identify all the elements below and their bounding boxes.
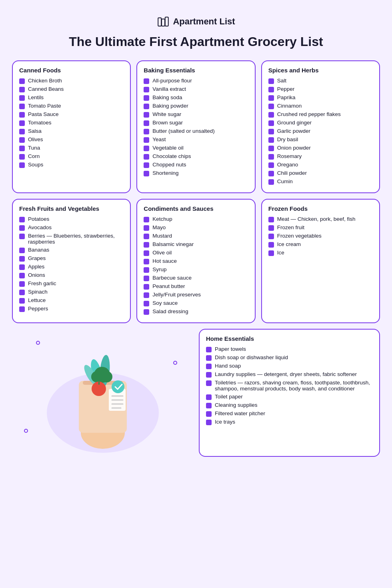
checkbox-icon[interactable] [268, 171, 274, 176]
checkbox-icon[interactable] [268, 104, 274, 109]
checkbox-icon[interactable] [268, 154, 274, 160]
checkbox-icon[interactable] [144, 276, 149, 281]
checkbox-icon[interactable] [144, 309, 149, 315]
checkbox-icon[interactable] [19, 264, 25, 270]
checkbox-icon[interactable] [144, 259, 149, 264]
checkbox-icon[interactable] [268, 146, 274, 151]
checkbox-icon[interactable] [19, 120, 25, 126]
checkbox-icon[interactable] [268, 137, 274, 143]
checkbox-icon[interactable] [19, 290, 25, 295]
home-list: Paper towelsDish soap or dishwasher liqu… [206, 346, 373, 425]
checkbox-icon[interactable] [19, 248, 25, 253]
item-label: Dry basil [277, 136, 298, 142]
checkbox-icon[interactable] [19, 137, 25, 143]
checkbox-icon[interactable] [144, 171, 149, 176]
home-card: Home Essentials Paper towelsDish soap or… [199, 329, 380, 457]
checkbox-icon[interactable] [19, 217, 25, 222]
checkbox-icon[interactable] [206, 411, 212, 417]
checkbox-icon[interactable] [19, 225, 25, 231]
checkbox-icon[interactable] [19, 273, 25, 278]
checkbox-icon[interactable] [19, 256, 25, 262]
checkbox-icon[interactable] [144, 154, 149, 160]
list-item: Ice cream [268, 241, 373, 248]
checkbox-icon[interactable] [144, 137, 149, 143]
item-label: Frozen vegetables [277, 233, 322, 239]
bottom-section: Home Essentials Paper towelsDish soap or… [8, 329, 384, 457]
checkbox-icon[interactable] [144, 292, 149, 298]
checkbox-icon[interactable] [19, 234, 25, 239]
item-label: Onions [28, 272, 45, 278]
checkbox-icon[interactable] [268, 250, 274, 256]
item-label: Baking powder [152, 103, 188, 109]
checkbox-icon[interactable] [206, 372, 212, 378]
list-item: Baking powder [144, 103, 248, 109]
checkbox-icon[interactable] [144, 146, 149, 151]
checkbox-icon[interactable] [19, 281, 25, 287]
checkbox-icon[interactable] [19, 95, 25, 101]
item-label: Pepper [277, 86, 295, 92]
checkbox-icon[interactable] [144, 162, 149, 168]
checkbox-icon[interactable] [144, 284, 149, 290]
checkbox-icon[interactable] [19, 162, 25, 168]
svg-rect-2 [165, 17, 168, 26]
item-label: Filtered water pitcher [215, 410, 265, 416]
grocery-bag-svg [59, 337, 147, 449]
list-item: Vanilla extract [144, 86, 248, 92]
checkbox-icon[interactable] [144, 120, 149, 126]
list-item: Paper towels [206, 346, 373, 352]
checkbox-icon[interactable] [19, 104, 25, 109]
checkbox-icon[interactable] [19, 78, 25, 84]
checkbox-icon[interactable] [268, 162, 274, 168]
checkbox-icon[interactable] [144, 87, 149, 92]
list-item: Olive oil [144, 250, 248, 256]
checkbox-icon[interactable] [206, 394, 212, 400]
checkbox-icon[interactable] [19, 112, 25, 118]
checkbox-icon[interactable] [144, 129, 149, 134]
checkbox-icon[interactable] [268, 234, 274, 239]
checkbox-icon[interactable] [268, 225, 274, 231]
list-item: Pepper [268, 86, 373, 92]
checkbox-icon[interactable] [268, 78, 274, 84]
checkbox-icon[interactable] [206, 403, 212, 408]
checkbox-icon[interactable] [206, 347, 212, 352]
list-item: Ice trays [206, 419, 373, 425]
checkbox-icon[interactable] [268, 87, 274, 92]
checkbox-icon[interactable] [268, 217, 274, 222]
checkbox-icon[interactable] [144, 104, 149, 109]
checkbox-icon[interactable] [144, 267, 149, 273]
checkbox-icon[interactable] [144, 234, 149, 239]
list-item: Dry basil [268, 136, 373, 143]
checkbox-icon[interactable] [144, 250, 149, 256]
list-item: Spinach [19, 289, 124, 295]
checkbox-icon[interactable] [268, 129, 274, 134]
checkbox-icon[interactable] [206, 380, 212, 386]
checkbox-icon[interactable] [144, 78, 149, 84]
checkbox-icon[interactable] [268, 120, 274, 126]
checkbox-icon[interactable] [19, 298, 25, 304]
item-label: Syrup [152, 266, 166, 272]
checkbox-icon[interactable] [19, 146, 25, 151]
checkbox-icon[interactable] [268, 242, 274, 248]
checkbox-icon[interactable] [144, 112, 149, 118]
checkbox-icon[interactable] [144, 301, 149, 306]
list-item: Toiletries — razors, shaving cream, flos… [206, 380, 373, 392]
checkbox-icon[interactable] [19, 87, 25, 92]
item-label: Vegetable oil [152, 145, 183, 151]
fresh-title: Fresh Fruits and Vegetables [19, 205, 124, 212]
checkbox-icon[interactable] [268, 112, 274, 118]
checkbox-icon[interactable] [206, 355, 212, 361]
checkbox-icon[interactable] [268, 179, 274, 185]
checkbox-icon[interactable] [268, 95, 274, 101]
frozen-title: Frozen Foods [268, 205, 373, 212]
checkbox-icon[interactable] [19, 154, 25, 160]
checkbox-icon[interactable] [144, 225, 149, 231]
checkbox-icon[interactable] [19, 129, 25, 134]
list-item: Onions [19, 272, 124, 278]
checkbox-icon[interactable] [144, 217, 149, 222]
checkbox-icon[interactable] [206, 420, 212, 425]
checkbox-icon[interactable] [206, 364, 212, 369]
item-label: Olives [28, 136, 43, 142]
checkbox-icon[interactable] [144, 95, 149, 101]
checkbox-icon[interactable] [144, 242, 149, 248]
checkbox-icon[interactable] [19, 306, 25, 312]
